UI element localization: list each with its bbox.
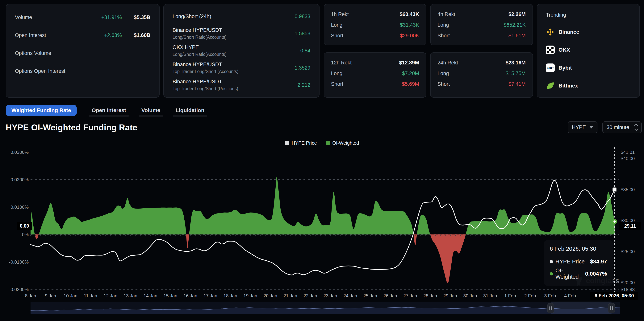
rekt-total: $23.16M bbox=[506, 60, 526, 66]
tooltip-row-price: HYPE Price $34.97 bbox=[550, 259, 607, 265]
rekt-total: $2.26M bbox=[508, 11, 526, 17]
rekt-short-label: Short bbox=[331, 81, 402, 87]
svg-text:29 Jan: 29 Jan bbox=[443, 293, 457, 298]
ls-value: 0.9833 bbox=[294, 13, 310, 19]
rekt-short-value: $1.61M bbox=[508, 33, 526, 39]
symbol-select-value: HYPE bbox=[572, 125, 586, 130]
legend-label: HYPE Price bbox=[292, 140, 317, 146]
rekt-card-4h: 4h Rekt$2.26M Long$652.21K Short$1.61M bbox=[430, 4, 533, 45]
rekt-long-value: $7.20M bbox=[402, 71, 419, 76]
svg-text:2 Feb: 2 Feb bbox=[524, 293, 536, 298]
ls-title: Binance HYPE/USDT bbox=[172, 62, 294, 67]
svg-text:16 Jan: 16 Jan bbox=[184, 293, 197, 298]
rekt-long-label: Long bbox=[438, 71, 506, 76]
svg-text:6 Feb 2026, 05:30: 6 Feb 2026, 05:30 bbox=[594, 293, 634, 298]
rekt-long-label: Long bbox=[438, 22, 504, 28]
stat-label: Options Open Interest bbox=[15, 68, 82, 74]
svg-text:25 Jan: 25 Jan bbox=[364, 293, 377, 298]
symbol-select[interactable]: HYPE bbox=[568, 121, 598, 133]
legend-label: OI-Weighted bbox=[332, 140, 359, 146]
interval-select-value: 30 minute bbox=[606, 125, 629, 130]
svg-text:18 Jan: 18 Jan bbox=[224, 293, 237, 298]
legend-item-oi-weighted[interactable]: OI-Weighted bbox=[326, 140, 359, 146]
rekt-short-value: $29.00K bbox=[400, 33, 419, 39]
svg-text:$30.00: $30.00 bbox=[621, 218, 635, 223]
ls-row: Long/Short (24h) 0.9833 bbox=[172, 10, 310, 23]
svg-text:0.0300%: 0.0300% bbox=[10, 150, 29, 155]
svg-text:$18.88: $18.88 bbox=[621, 287, 635, 292]
svg-text:$20.00: $20.00 bbox=[621, 280, 635, 285]
stat-value: $1.60B bbox=[122, 32, 150, 38]
svg-text:$35.00: $35.00 bbox=[621, 187, 635, 192]
svg-text:22 Jan: 22 Jan bbox=[304, 293, 317, 298]
rekt-long-label: Long bbox=[331, 71, 402, 76]
stat-row-options-open-interest: Options Open Interest bbox=[15, 66, 150, 76]
svg-text:31 Jan: 31 Jan bbox=[483, 293, 497, 298]
stat-row-options-volume: Options Volume bbox=[15, 48, 150, 58]
ls-row: OKX HYPE Long/Short Ratio(Accounts) 0.84 bbox=[172, 44, 310, 57]
svg-text:14 Jan: 14 Jan bbox=[144, 293, 157, 298]
ls-subtitle: Long/Short Ratio(Accounts) bbox=[172, 35, 294, 40]
stat-label: Open Interest bbox=[15, 32, 82, 38]
ls-row: Binance HYPE/USDT Top Trader Long/Short … bbox=[172, 79, 310, 91]
tab-weighted-funding-rate[interactable]: Weighted Funding Rate bbox=[6, 105, 77, 116]
svg-text:19 Jan: 19 Jan bbox=[244, 293, 257, 298]
tooltip-date: 6 Feb 2026, 05:30 bbox=[550, 246, 607, 252]
rekt-total: $60.43K bbox=[400, 11, 419, 17]
stat-row-volume: Volume +31.91% $5.35B bbox=[15, 12, 150, 23]
trending-name: Bitfinex bbox=[558, 83, 578, 89]
svg-text:23 Jan: 23 Jan bbox=[323, 293, 337, 298]
market-stats-card: Volume +31.91% $5.35B Open Interest +2.6… bbox=[6, 4, 160, 98]
interval-select[interactable]: 30 minute bbox=[602, 121, 642, 133]
svg-text:10 Jan: 10 Jan bbox=[64, 293, 77, 298]
svg-text:-0.0100%: -0.0100% bbox=[9, 259, 29, 265]
svg-text:4 Feb: 4 Feb bbox=[564, 293, 576, 298]
svg-text:12 Jan: 12 Jan bbox=[104, 293, 118, 298]
rekt-short-value: $5.69M bbox=[402, 81, 419, 87]
ls-value: 1.5853 bbox=[294, 31, 310, 37]
rekt-card-24h: 24h Rekt$23.16M Long$15.75M Short$7.41M bbox=[430, 52, 533, 98]
trending-name: Bybit bbox=[558, 65, 572, 71]
rekt-total: $12.89M bbox=[399, 60, 419, 66]
page-title: HYPE OI-Weighted Funding Rate bbox=[6, 123, 137, 132]
svg-text:$41.01: $41.01 bbox=[621, 150, 635, 155]
navigator-handle-right[interactable] bbox=[608, 303, 615, 313]
ls-subtitle: Long/Short Ratio(Accounts) bbox=[172, 52, 300, 57]
legend-item-hype-price[interactable]: HYPE Price bbox=[285, 140, 317, 146]
rekt-card-12h: 12h Rekt$12.89M Long$7.20M Short$5.69M bbox=[324, 52, 426, 98]
rekt-long-value: $652.21K bbox=[504, 22, 526, 28]
rekt-card-1h: 1h Rekt$60.43K Long$31.43K Short$29.00K bbox=[324, 4, 426, 45]
tooltip-series-name: HYPE Price bbox=[556, 259, 588, 265]
rekt-long-value: $15.75M bbox=[506, 71, 526, 76]
rekt-period: 24h Rekt bbox=[438, 60, 506, 66]
tab-open-interest[interactable]: Open Interest bbox=[91, 106, 126, 115]
trending-item-okx[interactable]: OKX bbox=[546, 44, 631, 56]
ls-value: 0.84 bbox=[300, 48, 310, 54]
navigator-handle-left[interactable] bbox=[548, 303, 554, 313]
tab-liquidation[interactable]: Liquidation bbox=[175, 106, 205, 115]
trending-item-bitfinex[interactable]: Bitfinex bbox=[546, 80, 631, 92]
trending-title: Trending bbox=[546, 12, 631, 18]
legend-swatch-oi bbox=[326, 141, 330, 145]
tab-volume[interactable]: Volume bbox=[141, 106, 161, 115]
svg-text:11 Jan: 11 Jan bbox=[84, 293, 97, 298]
stat-change: +31.91% bbox=[82, 14, 122, 20]
legend-swatch-price bbox=[285, 141, 289, 145]
trending-item-binance[interactable]: Binance bbox=[546, 26, 631, 38]
svg-text:0%: 0% bbox=[22, 232, 29, 237]
svg-text:27 Jan: 27 Jan bbox=[403, 293, 417, 298]
navigator-selection[interactable] bbox=[551, 302, 611, 314]
bybit-icon: BYBIT bbox=[546, 63, 555, 72]
rekt-long-label: Long bbox=[331, 22, 400, 28]
stepper-icons bbox=[635, 124, 638, 130]
ls-title: Long/Short (24h) bbox=[172, 13, 294, 19]
svg-text:3 Feb: 3 Feb bbox=[544, 293, 556, 298]
ls-title: Binance HYPE/USDT bbox=[172, 79, 298, 85]
stat-change: +2.63% bbox=[82, 32, 122, 38]
rekt-long-value: $31.43K bbox=[400, 22, 419, 28]
trending-item-bybit[interactable]: BYBIT Bybit bbox=[546, 62, 631, 74]
svg-text:0.0200%: 0.0200% bbox=[10, 177, 29, 182]
okx-icon bbox=[546, 46, 555, 54]
chart-tooltip: 6 Feb 2026, 05:30 HYPE Price $34.97 OI-W… bbox=[544, 240, 613, 286]
svg-text:-0.0200%: -0.0200% bbox=[9, 287, 29, 292]
